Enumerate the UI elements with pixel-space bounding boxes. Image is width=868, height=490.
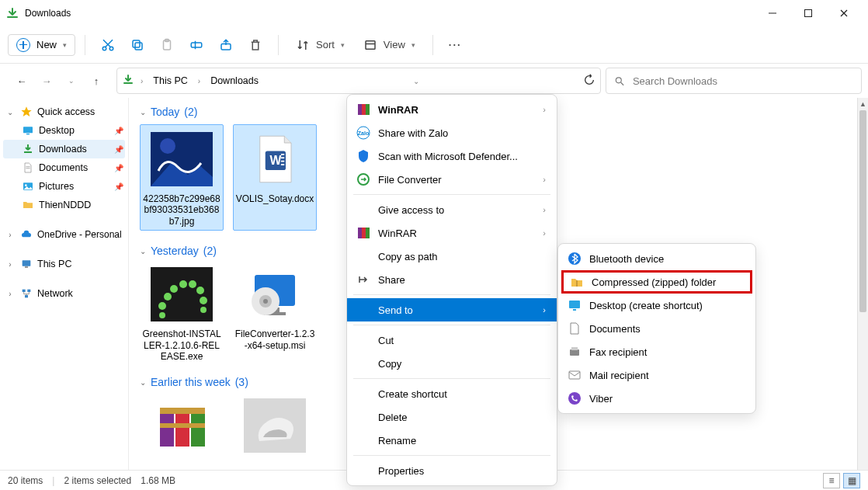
svg-rect-13: [366, 40, 375, 49]
icons-view-button[interactable]: ▦: [843, 473, 860, 488]
expand-icon[interactable]: ›: [5, 231, 16, 239]
collapse-icon[interactable]: ⌄: [140, 378, 146, 387]
menu-send-to[interactable]: Send to ›: [347, 298, 557, 321]
svg-point-15: [616, 77, 621, 82]
new-button[interactable]: New ▾: [8, 34, 75, 56]
file-item[interactable]: [233, 394, 317, 457]
menu-copy[interactable]: Copy: [347, 352, 557, 375]
up-button[interactable]: ↑: [85, 70, 107, 92]
menu-properties[interactable]: Properties: [347, 459, 557, 482]
sendto-mail[interactable]: Mail recipient: [558, 363, 755, 387]
menu-label: Properties: [378, 465, 424, 477]
scroll-up-icon[interactable]: ▲: [858, 98, 868, 110]
sidebar-onedrive[interactable]: › OneDrive - Personal: [3, 225, 125, 244]
view-button[interactable]: View ▾: [356, 33, 423, 57]
details-view-button[interactable]: ≡: [823, 473, 840, 488]
menu-scan-defender[interactable]: Scan with Microsoft Defender...: [347, 144, 557, 168]
menu-separator: [353, 294, 550, 295]
menu-file-converter[interactable]: File Converter ›: [347, 168, 557, 191]
zip-folder-icon: [570, 275, 584, 289]
group-yesterday-label: Yesterday: [151, 245, 199, 257]
menu-rename[interactable]: Rename: [347, 429, 557, 452]
menu-create-shortcut[interactable]: Create shortcut: [347, 382, 557, 405]
expand-icon[interactable]: ›: [5, 290, 16, 298]
menu-winrar2[interactable]: WinRAR ›: [347, 221, 557, 245]
menu-label: Viber: [589, 393, 613, 405]
collapse-icon[interactable]: ⌄: [140, 108, 146, 116]
scrollbar-thumb[interactable]: [859, 110, 866, 312]
menu-label: WinRAR: [378, 104, 418, 116]
overflow-button[interactable]: ···: [443, 39, 468, 50]
sendto-zip[interactable]: Compressed (zipped) folder: [561, 270, 752, 294]
sidebar-item-thiennddd[interactable]: ThienNDDD: [3, 196, 125, 214]
back-button[interactable]: ←: [11, 70, 33, 92]
breadcrumb-current[interactable]: Downloads: [207, 74, 262, 88]
svg-rect-7: [133, 40, 140, 47]
menu-label: Scan with Microsoft Defender...: [378, 151, 518, 162]
svg-point-40: [179, 280, 187, 288]
sidebar-network[interactable]: › Network: [3, 284, 125, 303]
share-button[interactable]: [213, 33, 239, 57]
menu-cut[interactable]: Cut: [347, 328, 557, 352]
sendto-fax[interactable]: Fax recipient: [558, 340, 755, 363]
menu-zalo[interactable]: Zalo Share with Zalo: [347, 121, 557, 144]
svg-point-22: [25, 184, 27, 186]
sendto-desktop-shortcut[interactable]: Desktop (create shortcut): [558, 294, 755, 317]
blank-icon: [356, 249, 370, 263]
send-to-submenu: Bluetooth device Compressed (zipped) fol…: [557, 243, 756, 414]
file-item[interactable]: 422358b7c299e68bf93033531eb368b7.jpg: [140, 124, 224, 231]
sendto-viber[interactable]: Viber: [558, 387, 755, 410]
sidebar-item-desktop[interactable]: Desktop 📌: [3, 121, 125, 140]
sendto-documents[interactable]: Documents: [558, 317, 755, 340]
svg-point-39: [170, 285, 178, 293]
chevron-right-icon: ›: [543, 305, 546, 315]
pc-icon: [20, 258, 33, 270]
close-button[interactable]: [826, 2, 862, 25]
menu-give-access[interactable]: Give access to ›: [347, 198, 557, 221]
rename-button[interactable]: [183, 33, 210, 57]
svg-rect-60: [366, 104, 370, 115]
sidebar-this-pc[interactable]: › This PC: [3, 255, 125, 273]
sidebar-item-documents[interactable]: Documents 📌: [3, 158, 125, 177]
cut-button[interactable]: [95, 33, 121, 57]
delete-button[interactable]: [242, 33, 269, 57]
sort-button[interactable]: Sort ▾: [288, 33, 352, 57]
file-item[interactable]: FileConverter-1.2.3-x64-setup.msi: [233, 263, 317, 362]
expand-icon[interactable]: ›: [5, 260, 16, 269]
address-dropdown-icon[interactable]: ⌄: [410, 77, 422, 85]
svg-rect-55: [160, 408, 205, 414]
minimize-button[interactable]: [755, 2, 790, 25]
menu-copy-path[interactable]: Copy as path: [347, 245, 557, 268]
file-thumbnail: [148, 394, 216, 457]
file-item[interactable]: [140, 394, 224, 457]
address-bar[interactable]: › This PC › Downloads ⌄: [116, 68, 601, 94]
paste-button[interactable]: [154, 33, 180, 57]
menu-winrar[interactable]: WinRAR ›: [347, 98, 557, 121]
copy-button[interactable]: [124, 33, 151, 57]
menu-separator: [353, 194, 550, 195]
pin-icon: 📌: [114, 145, 123, 154]
forward-button[interactable]: →: [36, 70, 57, 92]
vertical-scrollbar[interactable]: ▲: [857, 98, 868, 470]
menu-delete[interactable]: Delete: [347, 405, 557, 429]
desktop-icon: [22, 124, 34, 137]
search-box[interactable]: [606, 68, 862, 94]
sidebar-quick-access[interactable]: ⌄ Quick access: [3, 103, 125, 121]
search-input[interactable]: [631, 75, 853, 88]
recent-button[interactable]: ⌄: [61, 70, 82, 92]
menu-share[interactable]: Share: [347, 268, 557, 291]
maximize-button[interactable]: [790, 2, 826, 25]
file-item[interactable]: W VOLIS_Sotay.docx: [233, 124, 317, 231]
collapse-icon[interactable]: ⌄: [140, 247, 146, 255]
menu-separator: [353, 325, 550, 325]
sidebar-item-pictures[interactable]: Pictures 📌: [3, 177, 125, 196]
file-item[interactable]: Greenshot-INSTALLER-1.2.10.6-RELEASE.exe: [140, 263, 224, 362]
group-earlier-label: Earlier this week: [151, 376, 231, 388]
refresh-button[interactable]: [583, 74, 595, 89]
breadcrumb-root[interactable]: This PC: [149, 74, 191, 88]
expand-icon[interactable]: ⌄: [5, 108, 16, 116]
sidebar-item-downloads[interactable]: Downloads 📌: [3, 140, 125, 158]
sendto-bluetooth[interactable]: Bluetooth device: [558, 247, 755, 270]
svg-rect-6: [135, 43, 142, 50]
svg-point-75: [571, 395, 573, 397]
